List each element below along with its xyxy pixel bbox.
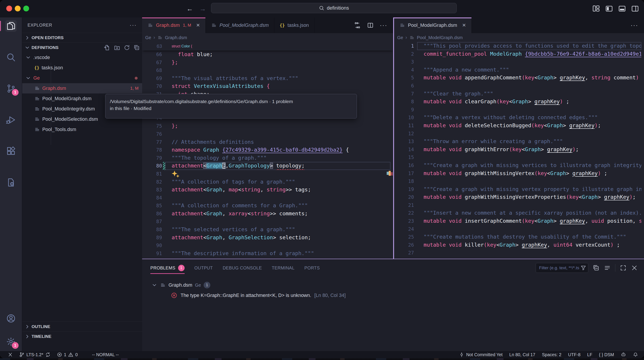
code-line-16[interactable]: 16 """Create a graph with missing vertic…: [394, 161, 644, 169]
breadcrumb-file[interactable]: Pool_ModelGraph.dsm: [417, 35, 463, 40]
activity-settings[interactable]: 1: [5, 336, 17, 348]
panel-tab-PROBLEMS[interactable]: PROBLEMS 1: [150, 259, 184, 277]
compare-changes-icon[interactable]: [354, 22, 361, 29]
close-tab-icon[interactable]: ✕: [196, 22, 200, 28]
code-line-3[interactable]: 3: [394, 58, 644, 66]
code-line-12[interactable]: 12: [394, 130, 644, 138]
code-line-69[interactable]: 69 """The visual attributes of a vertex.…: [142, 74, 393, 82]
activity-explorer[interactable]: [5, 20, 17, 32]
status-copilot[interactable]: [621, 352, 626, 357]
code-line-79[interactable]: 79 """The topology of a graph.""": [142, 154, 393, 162]
code-line-90[interactable]: 90: [142, 242, 393, 250]
tree-item-Ge[interactable]: Ge: [22, 73, 142, 83]
tree-item-Graph.dsm[interactable]: Graph.dsm 1, M: [22, 83, 142, 93]
breadcrumb-file[interactable]: Graph.dsm: [165, 35, 187, 40]
code-line-84[interactable]: 84: [142, 194, 393, 202]
code-line-86[interactable]: 86 attachment<Graph, xarray<string>> com…: [142, 210, 393, 218]
code-line-8[interactable]: 8 mutable void clearGraph(key<Graph> gra…: [394, 98, 644, 106]
collapse-all-icon[interactable]: [593, 265, 600, 271]
code-line-80[interactable]: 80 attachment<GraphE,GraphTopology> topo…: [142, 162, 393, 170]
activity-accounts[interactable]: [5, 313, 17, 324]
status-indentation[interactable]: Spaces: 2: [542, 352, 562, 357]
code-line-4[interactable]: 4 """Append a new comment.""": [394, 66, 644, 74]
code-line-68[interactable]: 68: [142, 66, 393, 74]
status-problems-status[interactable]: 1 0: [57, 352, 78, 357]
editor-more-actions-icon[interactable]: ···: [380, 22, 387, 29]
code-line-81[interactable]: 81: [142, 170, 393, 178]
new-file-icon[interactable]: [104, 44, 110, 51]
code-line-6[interactable]: 6: [394, 82, 644, 90]
code-line-75[interactable]: 75 };: [142, 122, 393, 130]
code-line-70[interactable]: 70 struct VertexVisualAttributes {: [142, 82, 393, 90]
panel-tab-TERMINAL[interactable]: TERMINAL: [272, 259, 294, 277]
status-cursor-position[interactable]: Ln 80, Col 17: [509, 352, 535, 357]
navigate-forward-button[interactable]: →: [199, 5, 207, 12]
code-line-7[interactable]: 7 """Clear the graph.""": [394, 90, 644, 98]
code-line-83[interactable]: 83 attachment<Graph, map<string, string>…: [142, 186, 393, 194]
tree-item-Pool_Tools.dsm[interactable]: Pool_Tools.dsm: [22, 124, 142, 135]
navigate-back-button[interactable]: ←: [186, 5, 194, 12]
code-line-15[interactable]: 15: [394, 153, 644, 161]
activity-search[interactable]: [5, 51, 17, 63]
new-folder-icon[interactable]: [114, 44, 120, 51]
code-line-76[interactable]: 76: [142, 130, 393, 138]
code-line-22[interactable]: 22 """Insert a new comment at a specific…: [394, 209, 644, 217]
problem-item[interactable]: The type K=Graph::GraphE in attachment<K…: [142, 290, 644, 301]
code-line-85[interactable]: 85 """A collection of comments for a Gra…: [142, 202, 393, 210]
tab-Pool_ModelGraph.dsm[interactable]: Pool_ModelGraph.dsm: [206, 17, 274, 33]
code-line-1[interactable]: 1 """This pool provides access to functi…: [394, 42, 644, 50]
tab-Pool_ModelGraph.dsm[interactable]: Pool_ModelGraph.dsm ✕: [394, 17, 472, 33]
toggle-panel-icon[interactable]: [618, 4, 626, 12]
activity-dsm-tools[interactable]: [5, 177, 17, 188]
command-center-search[interactable]: definitions: [211, 3, 457, 13]
code-line-9[interactable]: 9: [394, 106, 644, 114]
tree-item-.vscode[interactable]: .vscode: [22, 52, 142, 63]
status-eol[interactable]: LF: [587, 352, 592, 357]
code-line-82[interactable]: 82 """A collection of tags for a graph."…: [142, 178, 393, 186]
outline-section[interactable]: OUTLINE: [22, 322, 142, 331]
minimize-window-button[interactable]: [15, 5, 20, 11]
panel-tab-PORTS[interactable]: PORTS: [304, 259, 320, 277]
activity-source-control[interactable]: 1: [5, 83, 17, 94]
close-window-button[interactable]: [6, 5, 12, 11]
code-line-78[interactable]: 78 namespace Graph {27c49329-a399-415c-b…: [142, 146, 393, 154]
refresh-icon[interactable]: [124, 44, 130, 51]
filter-icon[interactable]: [580, 265, 586, 271]
toggle-secondary-sidebar-icon[interactable]: [631, 4, 639, 12]
split-editor-icon[interactable]: [367, 22, 374, 29]
status-commit-status[interactable]: Not Committed Yet: [459, 352, 502, 357]
tab-Graph.dsm[interactable]: Graph.dsm 1, M ✕: [142, 17, 206, 33]
status-branch-status[interactable]: LTS-1.2*: [19, 352, 50, 357]
code-line-19[interactable]: 19 """Create a graph with missing vertex…: [394, 185, 644, 193]
code-line-24[interactable]: 24: [394, 225, 644, 233]
code-line-23[interactable]: 23 mutable void insertGraphComment(key<G…: [394, 217, 644, 225]
problems-file-group[interactable]: Graph.dsm Ge 1: [142, 280, 644, 290]
status-encoding[interactable]: UTF-8: [568, 352, 580, 357]
breadcrumb[interactable]: Ge › Pool_ModelGraph.dsm: [394, 33, 644, 42]
code-line-14[interactable]: 14 mutable void graphWithError(key<Graph…: [394, 146, 644, 154]
open-editors-section[interactable]: OPEN EDITORS: [22, 33, 142, 42]
editor-more-actions-icon[interactable]: ···: [630, 22, 638, 29]
code-line-26[interactable]: 26 mutable void killer(key<Graph> graphK…: [394, 241, 644, 249]
code-line-20[interactable]: 20 mutable void graphWithMissingVertexPr…: [394, 193, 644, 201]
status-remote-indicator[interactable]: [8, 352, 13, 357]
tree-item-tasks.json[interactable]: {}tasks.json: [22, 63, 142, 73]
status-language-mode[interactable]: { } DSM: [599, 352, 614, 357]
code-line-91[interactable]: 91 """The descriptive information of a g…: [142, 250, 393, 258]
code-line-87[interactable]: 87: [142, 218, 393, 226]
definitions-section[interactable]: DEFINITIONS: [22, 42, 142, 52]
code-line-18[interactable]: 18: [394, 177, 644, 185]
code-line-77[interactable]: 77 // Attachments definitions: [142, 138, 393, 146]
panel-tab-OUTPUT[interactable]: OUTPUT: [194, 259, 213, 277]
code-line-27[interactable]: 27: [394, 249, 644, 257]
code-line-21[interactable]: 21: [394, 201, 644, 209]
activity-run-debug[interactable]: [5, 114, 17, 126]
tab-tasks.json[interactable]: {}tasks.json: [274, 17, 314, 33]
code-line-5[interactable]: 5 mutable void appendGraphComment(key<Gr…: [394, 74, 644, 82]
sticky-scroll-line[interactable]: 63struct Color {: [142, 42, 393, 50]
breadcrumb-folder[interactable]: Ge: [145, 35, 151, 40]
breadcrumb-folder[interactable]: Ge: [397, 35, 403, 40]
status-vim-mode[interactable]: -- NORMAL --: [92, 352, 119, 357]
code-line-88[interactable]: 88 """The selected vertices of a graph."…: [142, 226, 393, 234]
close-tab-icon[interactable]: ✕: [462, 22, 466, 28]
